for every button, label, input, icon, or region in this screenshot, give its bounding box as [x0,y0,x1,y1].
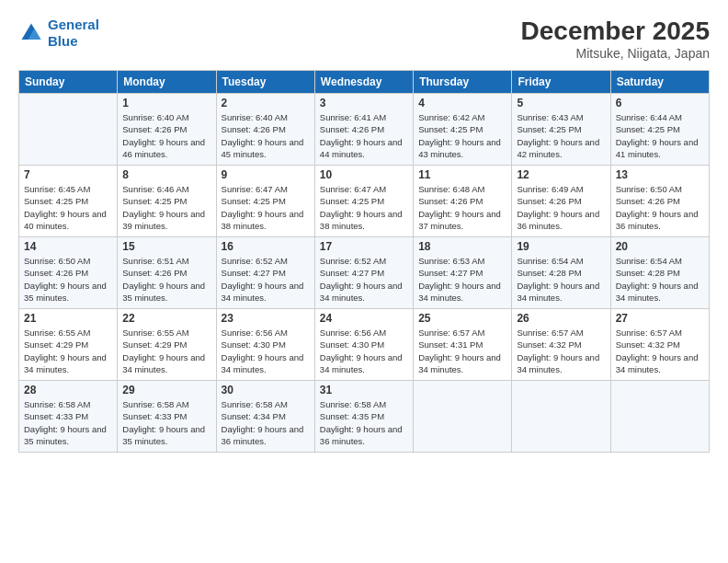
month-title: December 2025 [521,17,710,46]
day-cell: 22 Sunrise: 6:55 AMSunset: 4:29 PMDaylig… [118,309,216,381]
day-number: 29 [122,384,210,396]
day-number: 15 [122,240,210,253]
day-detail: Sunrise: 6:48 AMSunset: 4:26 PMDaylight:… [418,183,506,232]
day-detail: Sunrise: 6:58 AMSunset: 4:34 PMDaylight:… [222,398,310,447]
day-cell: 4 Sunrise: 6:42 AMSunset: 4:25 PMDayligh… [414,94,512,166]
th-saturday: Saturday [610,71,709,94]
day-detail: Sunrise: 6:52 AMSunset: 4:27 PMDaylight:… [320,255,408,304]
day-number: 3 [320,97,408,109]
day-cell: 30 Sunrise: 6:58 AMSunset: 4:34 PMDaylig… [216,381,314,453]
calendar-table: Sunday Monday Tuesday Wednesday Thursday… [18,70,710,453]
week-row-1: 1 Sunrise: 6:40 AMSunset: 4:26 PMDayligh… [19,94,710,166]
header: General Blue December 2025 Mitsuke, Niig… [18,17,710,61]
day-detail: Sunrise: 6:57 AMSunset: 4:31 PMDaylight:… [418,327,506,375]
th-wednesday: Wednesday [314,71,413,94]
day-cell: 29 Sunrise: 6:58 AMSunset: 4:33 PMDaylig… [118,381,216,453]
day-cell: 5 Sunrise: 6:43 AMSunset: 4:25 PMDayligh… [512,94,610,166]
day-cell: 31 Sunrise: 6:58 AMSunset: 4:35 PMDaylig… [314,381,413,453]
day-number: 4 [418,97,506,109]
day-number: 22 [122,312,210,325]
day-number: 30 [222,384,310,396]
day-cell: 12 Sunrise: 6:49 AMSunset: 4:26 PMDaylig… [512,166,610,237]
day-cell: 18 Sunrise: 6:53 AMSunset: 4:27 PMDaylig… [414,237,512,309]
day-detail: Sunrise: 6:57 AMSunset: 4:32 PMDaylight:… [517,327,605,375]
day-cell: 20 Sunrise: 6:54 AMSunset: 4:28 PMDaylig… [610,237,709,309]
day-detail: Sunrise: 6:54 AMSunset: 4:28 PMDaylight:… [616,255,704,304]
day-detail: Sunrise: 6:58 AMSunset: 4:33 PMDaylight:… [122,398,210,447]
day-cell [19,94,118,166]
th-sunday: Sunday [19,71,118,94]
day-detail: Sunrise: 6:58 AMSunset: 4:35 PMDaylight:… [320,398,408,447]
day-detail: Sunrise: 6:53 AMSunset: 4:27 PMDaylight:… [418,255,506,304]
day-detail: Sunrise: 6:40 AMSunset: 4:26 PMDaylight:… [122,111,210,160]
day-detail: Sunrise: 6:55 AMSunset: 4:29 PMDaylight:… [122,327,210,375]
logo: General Blue [18,17,99,50]
day-detail: Sunrise: 6:55 AMSunset: 4:29 PMDaylight:… [24,327,112,375]
day-number: 26 [517,312,605,325]
day-detail: Sunrise: 6:57 AMSunset: 4:32 PMDaylight:… [616,327,704,375]
day-detail: Sunrise: 6:50 AMSunset: 4:26 PMDaylight:… [616,183,704,232]
day-detail: Sunrise: 6:50 AMSunset: 4:26 PMDaylight:… [24,255,112,304]
day-number: 11 [418,168,506,181]
day-cell: 19 Sunrise: 6:54 AMSunset: 4:28 PMDaylig… [512,237,610,309]
day-cell: 21 Sunrise: 6:55 AMSunset: 4:29 PMDaylig… [19,309,118,381]
day-cell: 7 Sunrise: 6:45 AMSunset: 4:25 PMDayligh… [19,166,118,237]
day-detail: Sunrise: 6:43 AMSunset: 4:25 PMDaylight:… [517,111,605,160]
day-number: 19 [517,240,605,253]
day-number: 23 [222,312,310,325]
subtitle: Mitsuke, Niigata, Japan [521,46,710,61]
day-number: 10 [320,168,408,181]
day-detail: Sunrise: 6:42 AMSunset: 4:25 PMDaylight:… [418,111,506,160]
day-cell: 1 Sunrise: 6:40 AMSunset: 4:26 PMDayligh… [118,94,216,166]
day-detail: Sunrise: 6:52 AMSunset: 4:27 PMDaylight:… [222,255,310,304]
th-thursday: Thursday [414,71,512,94]
day-detail: Sunrise: 6:45 AMSunset: 4:25 PMDaylight:… [24,183,112,232]
day-detail: Sunrise: 6:44 AMSunset: 4:25 PMDaylight:… [616,111,704,160]
day-number: 16 [222,240,310,253]
day-number: 6 [616,97,704,109]
week-row-2: 7 Sunrise: 6:45 AMSunset: 4:25 PMDayligh… [19,166,710,237]
day-number: 27 [616,312,704,325]
day-detail: Sunrise: 6:46 AMSunset: 4:25 PMDaylight:… [122,183,210,232]
week-row-3: 14 Sunrise: 6:50 AMSunset: 4:26 PMDaylig… [19,237,710,309]
day-cell: 16 Sunrise: 6:52 AMSunset: 4:27 PMDaylig… [216,237,314,309]
day-cell: 23 Sunrise: 6:56 AMSunset: 4:30 PMDaylig… [216,309,314,381]
day-cell: 17 Sunrise: 6:52 AMSunset: 4:27 PMDaylig… [314,237,413,309]
day-number: 12 [517,168,605,181]
day-detail: Sunrise: 6:47 AMSunset: 4:25 PMDaylight:… [320,183,408,232]
day-detail: Sunrise: 6:49 AMSunset: 4:26 PMDaylight:… [517,183,605,232]
day-cell: 24 Sunrise: 6:56 AMSunset: 4:30 PMDaylig… [314,309,413,381]
day-cell: 27 Sunrise: 6:57 AMSunset: 4:32 PMDaylig… [610,309,709,381]
logo-line2: Blue [48,33,78,49]
th-friday: Friday [512,71,610,94]
logo-line1: General [48,17,99,32]
day-detail: Sunrise: 6:54 AMSunset: 4:28 PMDaylight:… [517,255,605,304]
day-number: 25 [418,312,506,325]
day-detail: Sunrise: 6:56 AMSunset: 4:30 PMDaylight:… [222,327,310,375]
th-monday: Monday [118,71,216,94]
day-number: 1 [122,97,210,109]
day-detail: Sunrise: 6:58 AMSunset: 4:33 PMDaylight:… [24,398,112,447]
day-detail: Sunrise: 6:51 AMSunset: 4:26 PMDaylight:… [122,255,210,304]
day-number: 28 [24,384,112,396]
day-number: 9 [222,168,310,181]
day-number: 8 [122,168,210,181]
day-cell: 2 Sunrise: 6:40 AMSunset: 4:26 PMDayligh… [216,94,314,166]
day-number: 20 [616,240,704,253]
logo-icon [18,20,44,46]
day-cell: 10 Sunrise: 6:47 AMSunset: 4:25 PMDaylig… [314,166,413,237]
day-detail: Sunrise: 6:47 AMSunset: 4:25 PMDaylight:… [222,183,310,232]
day-cell: 13 Sunrise: 6:50 AMSunset: 4:26 PMDaylig… [610,166,709,237]
day-number: 17 [320,240,408,253]
day-number: 5 [517,97,605,109]
day-number: 31 [320,384,408,396]
day-cell: 26 Sunrise: 6:57 AMSunset: 4:32 PMDaylig… [512,309,610,381]
day-cell: 8 Sunrise: 6:46 AMSunset: 4:25 PMDayligh… [118,166,216,237]
day-number: 13 [616,168,704,181]
day-cell [512,381,610,453]
logo-text: General Blue [48,17,99,50]
th-tuesday: Tuesday [216,71,314,94]
day-cell: 25 Sunrise: 6:57 AMSunset: 4:31 PMDaylig… [414,309,512,381]
day-number: 14 [24,240,112,253]
page: General Blue December 2025 Mitsuke, Niig… [0,0,728,563]
